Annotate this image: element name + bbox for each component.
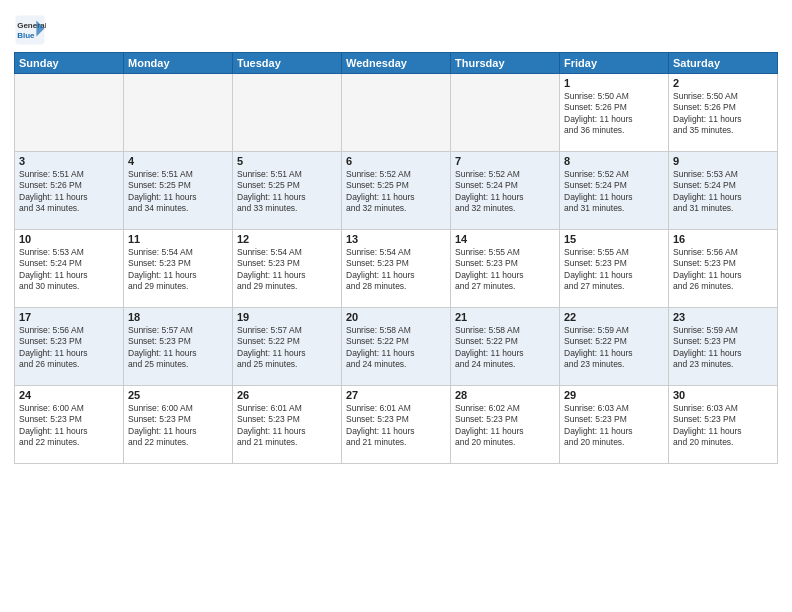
day-number: 1 [564, 77, 664, 89]
day-info: Sunrise: 5:56 AM Sunset: 5:23 PM Dayligh… [673, 247, 773, 293]
day-number: 23 [673, 311, 773, 323]
day-info: Sunrise: 5:59 AM Sunset: 5:22 PM Dayligh… [564, 325, 664, 371]
calendar-cell: 18Sunrise: 5:57 AM Sunset: 5:23 PM Dayli… [124, 308, 233, 386]
day-number: 20 [346, 311, 446, 323]
day-number: 17 [19, 311, 119, 323]
day-number: 28 [455, 389, 555, 401]
day-number: 29 [564, 389, 664, 401]
day-number: 8 [564, 155, 664, 167]
calendar-cell: 12Sunrise: 5:54 AM Sunset: 5:23 PM Dayli… [233, 230, 342, 308]
calendar-cell: 2Sunrise: 5:50 AM Sunset: 5:26 PM Daylig… [669, 74, 778, 152]
day-info: Sunrise: 5:51 AM Sunset: 5:25 PM Dayligh… [237, 169, 337, 215]
calendar-body: 1Sunrise: 5:50 AM Sunset: 5:26 PM Daylig… [15, 74, 778, 464]
day-number: 26 [237, 389, 337, 401]
calendar-cell: 1Sunrise: 5:50 AM Sunset: 5:26 PM Daylig… [560, 74, 669, 152]
day-number: 15 [564, 233, 664, 245]
logo: General Blue [14, 14, 46, 46]
calendar-cell: 14Sunrise: 5:55 AM Sunset: 5:23 PM Dayli… [451, 230, 560, 308]
calendar-cell [15, 74, 124, 152]
day-info: Sunrise: 5:53 AM Sunset: 5:24 PM Dayligh… [673, 169, 773, 215]
day-info: Sunrise: 6:00 AM Sunset: 5:23 PM Dayligh… [19, 403, 119, 449]
calendar-cell: 30Sunrise: 6:03 AM Sunset: 5:23 PM Dayli… [669, 386, 778, 464]
day-number: 22 [564, 311, 664, 323]
day-number: 10 [19, 233, 119, 245]
calendar-cell [124, 74, 233, 152]
day-number: 25 [128, 389, 228, 401]
day-number: 11 [128, 233, 228, 245]
header-row: General Blue [14, 10, 778, 46]
weekday-friday: Friday [560, 53, 669, 74]
day-info: Sunrise: 6:02 AM Sunset: 5:23 PM Dayligh… [455, 403, 555, 449]
calendar-cell: 3Sunrise: 5:51 AM Sunset: 5:26 PM Daylig… [15, 152, 124, 230]
day-info: Sunrise: 5:50 AM Sunset: 5:26 PM Dayligh… [673, 91, 773, 137]
calendar-cell: 13Sunrise: 5:54 AM Sunset: 5:23 PM Dayli… [342, 230, 451, 308]
weekday-thursday: Thursday [451, 53, 560, 74]
calendar-cell: 17Sunrise: 5:56 AM Sunset: 5:23 PM Dayli… [15, 308, 124, 386]
calendar-cell: 23Sunrise: 5:59 AM Sunset: 5:23 PM Dayli… [669, 308, 778, 386]
weekday-tuesday: Tuesday [233, 53, 342, 74]
day-info: Sunrise: 5:55 AM Sunset: 5:23 PM Dayligh… [455, 247, 555, 293]
day-number: 14 [455, 233, 555, 245]
calendar-cell: 29Sunrise: 6:03 AM Sunset: 5:23 PM Dayli… [560, 386, 669, 464]
calendar-cell: 5Sunrise: 5:51 AM Sunset: 5:25 PM Daylig… [233, 152, 342, 230]
weekday-header-row: SundayMondayTuesdayWednesdayThursdayFrid… [15, 53, 778, 74]
calendar-cell: 9Sunrise: 5:53 AM Sunset: 5:24 PM Daylig… [669, 152, 778, 230]
day-info: Sunrise: 5:58 AM Sunset: 5:22 PM Dayligh… [346, 325, 446, 371]
day-info: Sunrise: 6:01 AM Sunset: 5:23 PM Dayligh… [237, 403, 337, 449]
logo-icon: General Blue [14, 14, 46, 46]
day-info: Sunrise: 5:52 AM Sunset: 5:25 PM Dayligh… [346, 169, 446, 215]
day-number: 2 [673, 77, 773, 89]
calendar-week-4: 17Sunrise: 5:56 AM Sunset: 5:23 PM Dayli… [15, 308, 778, 386]
calendar-cell: 10Sunrise: 5:53 AM Sunset: 5:24 PM Dayli… [15, 230, 124, 308]
day-number: 19 [237, 311, 337, 323]
day-number: 9 [673, 155, 773, 167]
day-number: 16 [673, 233, 773, 245]
day-info: Sunrise: 5:52 AM Sunset: 5:24 PM Dayligh… [455, 169, 555, 215]
calendar-cell: 20Sunrise: 5:58 AM Sunset: 5:22 PM Dayli… [342, 308, 451, 386]
day-number: 13 [346, 233, 446, 245]
day-info: Sunrise: 5:51 AM Sunset: 5:26 PM Dayligh… [19, 169, 119, 215]
day-number: 24 [19, 389, 119, 401]
svg-text:Blue: Blue [17, 31, 35, 40]
day-info: Sunrise: 5:54 AM Sunset: 5:23 PM Dayligh… [237, 247, 337, 293]
day-number: 4 [128, 155, 228, 167]
calendar-week-2: 3Sunrise: 5:51 AM Sunset: 5:26 PM Daylig… [15, 152, 778, 230]
calendar-cell: 21Sunrise: 5:58 AM Sunset: 5:22 PM Dayli… [451, 308, 560, 386]
calendar-cell: 4Sunrise: 5:51 AM Sunset: 5:25 PM Daylig… [124, 152, 233, 230]
calendar-cell: 16Sunrise: 5:56 AM Sunset: 5:23 PM Dayli… [669, 230, 778, 308]
day-number: 3 [19, 155, 119, 167]
weekday-monday: Monday [124, 53, 233, 74]
calendar-cell: 28Sunrise: 6:02 AM Sunset: 5:23 PM Dayli… [451, 386, 560, 464]
day-info: Sunrise: 5:58 AM Sunset: 5:22 PM Dayligh… [455, 325, 555, 371]
calendar-cell: 25Sunrise: 6:00 AM Sunset: 5:23 PM Dayli… [124, 386, 233, 464]
day-number: 27 [346, 389, 446, 401]
day-number: 6 [346, 155, 446, 167]
day-info: Sunrise: 5:52 AM Sunset: 5:24 PM Dayligh… [564, 169, 664, 215]
day-info: Sunrise: 5:54 AM Sunset: 5:23 PM Dayligh… [128, 247, 228, 293]
calendar-table: SundayMondayTuesdayWednesdayThursdayFrid… [14, 52, 778, 464]
day-info: Sunrise: 6:03 AM Sunset: 5:23 PM Dayligh… [564, 403, 664, 449]
calendar-cell: 26Sunrise: 6:01 AM Sunset: 5:23 PM Dayli… [233, 386, 342, 464]
calendar-cell: 22Sunrise: 5:59 AM Sunset: 5:22 PM Dayli… [560, 308, 669, 386]
day-info: Sunrise: 5:57 AM Sunset: 5:22 PM Dayligh… [237, 325, 337, 371]
day-number: 21 [455, 311, 555, 323]
day-number: 30 [673, 389, 773, 401]
day-info: Sunrise: 5:59 AM Sunset: 5:23 PM Dayligh… [673, 325, 773, 371]
calendar-cell [233, 74, 342, 152]
page-container: General Blue SundayMondayTuesdayWednesda… [0, 0, 792, 470]
day-number: 7 [455, 155, 555, 167]
day-info: Sunrise: 5:56 AM Sunset: 5:23 PM Dayligh… [19, 325, 119, 371]
day-info: Sunrise: 5:57 AM Sunset: 5:23 PM Dayligh… [128, 325, 228, 371]
calendar-week-5: 24Sunrise: 6:00 AM Sunset: 5:23 PM Dayli… [15, 386, 778, 464]
day-info: Sunrise: 5:53 AM Sunset: 5:24 PM Dayligh… [19, 247, 119, 293]
calendar-cell: 7Sunrise: 5:52 AM Sunset: 5:24 PM Daylig… [451, 152, 560, 230]
weekday-sunday: Sunday [15, 53, 124, 74]
day-number: 18 [128, 311, 228, 323]
day-info: Sunrise: 5:54 AM Sunset: 5:23 PM Dayligh… [346, 247, 446, 293]
day-number: 12 [237, 233, 337, 245]
day-info: Sunrise: 5:50 AM Sunset: 5:26 PM Dayligh… [564, 91, 664, 137]
calendar-cell: 15Sunrise: 5:55 AM Sunset: 5:23 PM Dayli… [560, 230, 669, 308]
calendar-cell: 8Sunrise: 5:52 AM Sunset: 5:24 PM Daylig… [560, 152, 669, 230]
weekday-saturday: Saturday [669, 53, 778, 74]
calendar-cell [451, 74, 560, 152]
